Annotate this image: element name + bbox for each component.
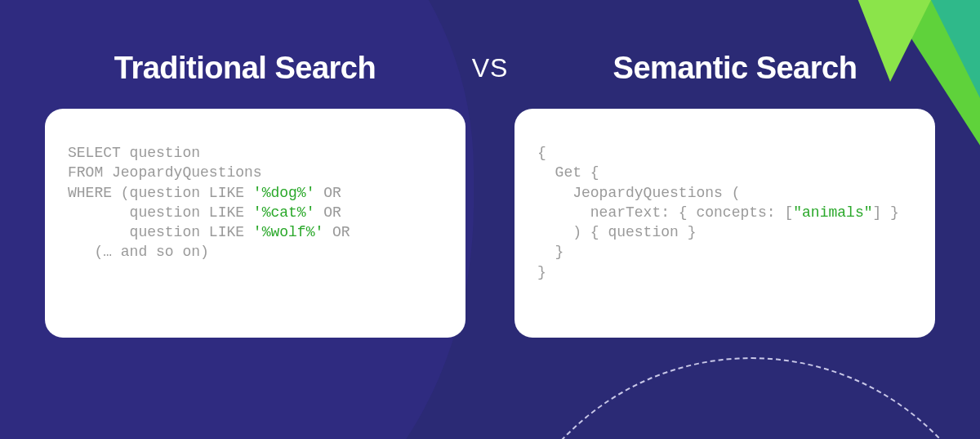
code-string-literal: "animals": [793, 204, 872, 221]
code-line-post: OR: [314, 204, 341, 221]
code-line-pre: nearText: { concepts: [: [537, 204, 793, 221]
code-line: Get {: [537, 164, 599, 181]
code-string-literal: '%cat%': [253, 204, 315, 221]
title-traditional-search: Traditional Search: [45, 51, 445, 86]
code-line-post: ] }: [872, 204, 898, 221]
code-line: SELECT question: [68, 145, 200, 161]
title-semantic-search: Semantic Search: [535, 51, 935, 86]
code-block-graphql: { Get { JeopardyQuestions ( nearText: { …: [537, 143, 912, 282]
code-line-pre: question LIKE: [68, 224, 253, 240]
code-line: (… and so on): [68, 244, 209, 260]
code-string-literal: '%dog%': [253, 185, 315, 201]
code-line-post: OR: [323, 224, 350, 240]
code-line: }: [537, 244, 564, 260]
code-line-pre: question LIKE: [68, 204, 253, 221]
title-vs: VS: [461, 53, 519, 83]
code-line: JeopardyQuestions (: [537, 185, 740, 201]
card-traditional-search: SELECT question FROM JeopardyQuestions W…: [45, 109, 466, 338]
card-semantic-search: { Get { JeopardyQuestions ( nearText: { …: [514, 109, 935, 338]
code-line: }: [537, 264, 546, 280]
code-line: {: [537, 145, 546, 161]
code-line: FROM JeopardyQuestions: [68, 164, 262, 181]
code-line-pre: WHERE (question LIKE: [68, 185, 253, 201]
code-string-literal: '%wolf%': [253, 224, 323, 240]
code-line: ) { question }: [537, 224, 696, 240]
headings-row: Traditional Search VS Semantic Search: [45, 51, 935, 86]
code-block-sql: SELECT question FROM JeopardyQuestions W…: [68, 143, 443, 262]
code-line-post: OR: [314, 185, 341, 201]
background-dashed-circle: [490, 357, 980, 439]
